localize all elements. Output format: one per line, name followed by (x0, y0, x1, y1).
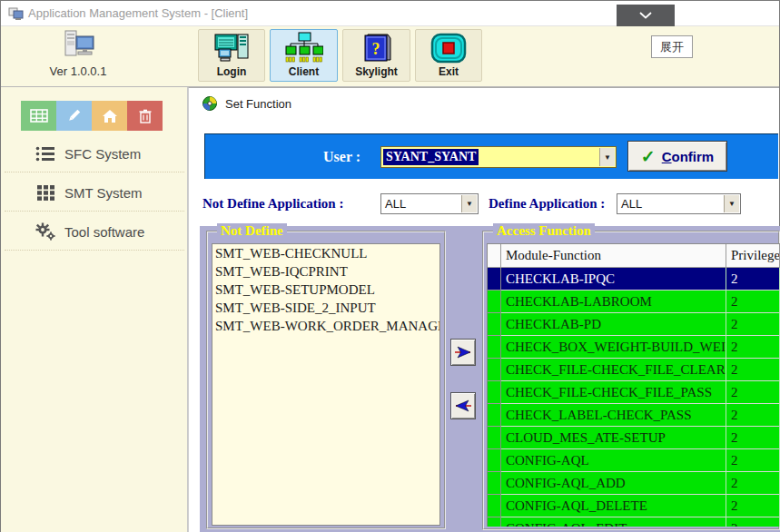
privilege-cell[interactable]: 2 (726, 404, 780, 427)
table-row[interactable]: CLOUD_MES_ATE-SETUP2 (488, 427, 780, 449)
table-row[interactable]: CONFIG-AQL_EDIT2 (488, 517, 780, 527)
privilege-cell[interactable]: 2 (726, 449, 780, 472)
define-application-combobox[interactable]: ALL ▼ (617, 193, 741, 214)
module-function-cell[interactable]: CHECK_LABEL-CHECK_PASS (501, 404, 726, 427)
module-function-cell[interactable]: CHECK_BOX_WEIGHT-BUILD_WEIGHT (501, 336, 726, 359)
list-item[interactable]: SMT_WEB-SIDE_2_INPUT (212, 299, 439, 317)
privilege-cell[interactable]: 2 (726, 472, 780, 495)
table-row[interactable]: CONFIG-AQL_ADD2 (488, 472, 780, 495)
delete-action-button[interactable] (127, 101, 163, 131)
list-item[interactable]: SMT_WEB-IQCPRINT (212, 262, 439, 281)
table-row[interactable]: CHECK_FILE-CHECK_FILE_CLEAR2 (488, 359, 780, 381)
client-button[interactable]: Client (270, 29, 338, 82)
sidebar-item-sfc-system[interactable]: SFC System (1, 137, 188, 170)
move-left-button[interactable] (450, 392, 476, 419)
row-indicator (488, 291, 501, 313)
row-indicator (488, 449, 501, 472)
module-function-cell[interactable]: CHECK_FILE-CHECK_FILE_CLEAR (501, 359, 726, 381)
table-row[interactable]: CHECK_LABEL-CHECK_PASS2 (488, 404, 780, 427)
row-indicator (488, 313, 501, 336)
module-function-column-header[interactable]: Module-Function (501, 244, 726, 268)
expand-button[interactable]: 展开 (651, 35, 693, 58)
privilege-cell[interactable]: 2 (726, 359, 780, 381)
home-action-button[interactable] (92, 101, 127, 131)
not-define-application-combobox[interactable]: ALL ▼ (380, 193, 479, 214)
user-combobox[interactable]: SYANT_SYANT ▼ (380, 146, 617, 168)
module-function-cell[interactable]: CONFIG-AQL (501, 449, 726, 472)
chevron-down-icon[interactable]: ▼ (599, 148, 615, 166)
exit-button[interactable]: Exit (415, 29, 482, 82)
module-function-cell[interactable]: CLOUD_MES_ATE-SETUP (501, 427, 726, 449)
exit-power-icon (430, 30, 467, 65)
not-define-application-value: ALL (385, 194, 406, 213)
pencil-icon (66, 108, 82, 123)
module-function-cell[interactable]: CONFIG-AQL_DELETE (501, 495, 726, 517)
privilege-cell[interactable]: 2 (726, 517, 780, 527)
sidebar-item-tool-software[interactable]: Tool software (1, 215, 188, 248)
list-item[interactable]: SMT_WEB-WORK_ORDER_MANAGEMENT (212, 317, 439, 335)
privilege-cell[interactable]: 2 (726, 313, 780, 336)
row-indicator (488, 268, 501, 291)
module-function-cell[interactable]: CONFIG-AQL_ADD (501, 472, 726, 495)
not-define-groupbox: Not Define SMT_WEB-CHECKNULLSMT_WEB-IQCP… (206, 231, 446, 529)
not-define-application-label: Not Define Application : (202, 193, 343, 214)
chevron-down-icon[interactable]: ▼ (724, 195, 739, 212)
table-row[interactable]: CHECK_BOX_WEIGHT-BUILD_WEIGHT2 (488, 336, 780, 359)
module-function-cell[interactable]: CHECKLAB-LABROOM (501, 291, 726, 313)
version-label: Ver 1.0.0.1 (1, 64, 155, 78)
trash-icon (139, 109, 152, 123)
login-button[interactable]: Login (198, 29, 265, 82)
list-item[interactable]: SMT_WEB-SETUPMODEL (212, 281, 439, 299)
move-right-button[interactable] (450, 339, 476, 366)
collapse-button[interactable] (617, 5, 675, 26)
row-indicator (488, 336, 501, 359)
user-label: User : (323, 134, 360, 180)
define-application-value: ALL (621, 194, 642, 213)
app-window: Application Management System - [Client]… (0, 0, 780, 532)
privilege-cell[interactable]: 2 (726, 495, 780, 517)
sidebar-item-label: Tool software (64, 224, 144, 240)
title-bar: Application Management System - [Client] (1, 1, 779, 26)
chevron-down-icon[interactable]: ▼ (461, 195, 477, 212)
confirm-button-label: Confirm (662, 149, 715, 164)
privilege-column-header[interactable]: Privilege (726, 244, 780, 268)
sidebar-item-smt-system[interactable]: SMT System (1, 176, 188, 209)
module-function-cell[interactable]: CHECKLAB-PD (501, 313, 726, 336)
module-function-cell[interactable]: CHECKLAB-IPQC (501, 268, 726, 291)
table-row[interactable]: CONFIG-AQL2 (488, 449, 780, 472)
assignment-work-area: Not Define SMT_WEB-CHECKNULLSMT_WEB-IQCP… (200, 226, 780, 532)
not-define-list[interactable]: SMT_WEB-CHECKNULLSMT_WEB-IQCPRINTSMT_WEB… (212, 243, 440, 526)
module-function-cell[interactable]: CONFIG-AQL_EDIT (501, 517, 726, 527)
sidebar: SFC System SMT System (1, 87, 188, 532)
privilege-cell[interactable]: 2 (726, 427, 780, 449)
table-body: CHECKLAB-IPQC2CHECKLAB-LABROOM2CHECKLAB-… (488, 268, 780, 527)
set-function-header: Set Function (189, 88, 779, 121)
grid-action-button[interactable] (21, 101, 56, 131)
home-icon (102, 109, 118, 123)
privilege-cell[interactable]: 2 (726, 268, 780, 291)
table-row[interactable]: CHECK_FILE-CHECK_FILE_PASS2 (488, 381, 780, 404)
skylight-button[interactable]: ? Skylight (342, 29, 410, 82)
table-row[interactable]: CONFIG-AQL_DELETE2 (488, 495, 780, 517)
list-item[interactable]: SMT_WEB-CHECKNULL (212, 244, 439, 262)
top-toolbar: Ver 1.0.0.1 Login (1, 26, 779, 87)
main-panel: Set Function User : SYANT_SYANT ▼ ✓ Conf… (188, 87, 779, 532)
table-row[interactable]: CHECKLAB-IPQC2 (488, 268, 780, 291)
sidebar-separator (5, 250, 184, 251)
login-button-label: Login (217, 65, 247, 78)
user-combobox-value: SYANT_SYANT (383, 149, 479, 165)
access-function-groupbox: Access Function Module-Function Privileg… (482, 231, 780, 530)
privilege-cell[interactable]: 2 (726, 336, 780, 359)
define-application-label: Define Application : (489, 193, 605, 214)
confirm-button[interactable]: ✓ Confirm (627, 141, 727, 172)
privilege-cell[interactable]: 2 (726, 291, 780, 313)
network-tree-icon (285, 30, 323, 65)
gears-icon (34, 222, 57, 241)
table-row[interactable]: CHECKLAB-PD2 (488, 313, 780, 336)
module-function-cell[interactable]: CHECK_FILE-CHECK_FILE_PASS (501, 381, 726, 404)
computer-login-icon (212, 30, 251, 65)
row-indicator (488, 472, 501, 495)
table-row[interactable]: CHECKLAB-LABROOM2 (488, 291, 780, 313)
privilege-cell[interactable]: 2 (726, 381, 780, 404)
edit-action-button[interactable] (56, 101, 92, 131)
